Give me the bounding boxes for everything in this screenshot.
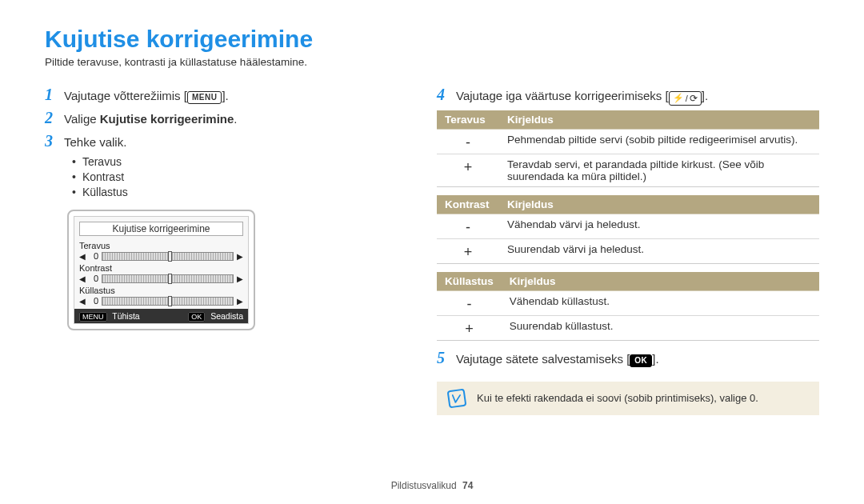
table-header: Kirjeldus (499, 110, 819, 130)
table-row: + Suurendab värvi ja heledust. (437, 238, 819, 263)
desc-cell: Vähendab värvi ja heledust. (499, 214, 819, 238)
text: Vajutage sätete salvestamiseks [ (456, 352, 630, 366)
right-column: 4 Vajutage iga väärtuse korrigeerimiseks… (437, 86, 819, 415)
timer-icon: ⟳ (690, 93, 698, 104)
lcd-footer: MENU Tühista OK Seadista (74, 309, 248, 323)
ok-label: Seadista (210, 311, 243, 321)
option-bullets: Teravus Kontrast Küllastus (72, 155, 389, 198)
note-icon (447, 388, 467, 408)
step-text: Tehke valik. (64, 135, 126, 149)
menu-key-icon: MENU (187, 91, 222, 104)
table-header: Küllastus (437, 272, 502, 291)
step-number: 3 (45, 132, 56, 150)
step-3: 3 Tehke valik. (45, 132, 389, 150)
table-row: - Vähendab värvi ja heledust. (437, 214, 819, 238)
slider-label: Teravus (79, 241, 243, 250)
note-text: Kui te efekti rakendada ei soovi (sobib … (477, 392, 758, 404)
contrast-table: Kontrast Kirjeldus - Vähendab värvi ja h… (437, 195, 819, 264)
desc-cell: Teravdab servi, et parandada piltide kir… (499, 154, 819, 186)
table-row: - Vähendab küllastust. (437, 290, 819, 315)
text: Vajutage iga väärtuse korrigeerimiseks [ (456, 89, 669, 102)
slider-track (102, 252, 234, 261)
slider-sharpness: Teravus ◀ 0 ▶ (79, 241, 243, 261)
lcd-title: Kujutise korrigeerimine (79, 222, 243, 236)
slider-value: 0 (89, 296, 98, 306)
page-subtitle: Piltide teravuse, kontrasti ja küllastat… (45, 56, 819, 68)
symbol-cell: - (437, 214, 499, 238)
slider-label: Küllastus (79, 286, 243, 295)
slider-saturation: Küllastus ◀ 0 ▶ (79, 286, 243, 306)
table-row: - Pehmendab piltide servi (sobib piltide… (437, 129, 819, 154)
left-column: 1 Vajutage võtterežiimis [MENU]. 2 Valig… (45, 86, 389, 415)
slider-track (102, 297, 234, 306)
symbol-cell: + (437, 154, 499, 186)
table-row: + Teravdab servi, et parandada piltide k… (437, 154, 819, 186)
table-header: Kontrast (437, 195, 499, 214)
bullet-item: Kontrast (72, 170, 389, 183)
flash-timer-key-icon: ⚡/⟳ (669, 91, 702, 106)
cancel-label: Tühista (112, 311, 139, 321)
step-4: 4 Vajutage iga väärtuse korrigeerimiseks… (437, 86, 819, 106)
page-number: 74 (462, 480, 473, 491)
step-1: 1 Vajutage võtterežiimis [MENU]. (45, 86, 389, 104)
table-header: Teravus (437, 110, 499, 130)
step-2: 2 Valige Kujutise korrigeerimine. (45, 109, 389, 127)
step-number: 1 (45, 86, 56, 104)
bullet-item: Küllastus (72, 186, 389, 198)
table-row: + Suurendab küllastust. (437, 315, 819, 340)
slider-value: 0 (89, 274, 98, 283)
text: ]. (222, 89, 228, 102)
step-number: 5 (437, 349, 448, 367)
text: ]. (702, 89, 708, 102)
symbol-cell: - (437, 129, 499, 154)
ok-button-icon: OK (188, 312, 205, 322)
step-text: Valige Kujutise korrigeerimine. (64, 112, 238, 126)
bold-term: Kujutise korrigeerimine (100, 112, 234, 126)
symbol-cell: + (437, 238, 499, 263)
page-footer: Pildistusvalikud 74 (0, 480, 864, 491)
note-box: Kui te efekti rakendada ei soovi (sobib … (437, 382, 819, 415)
text: Vajutage võtterežiimis [ (64, 89, 187, 102)
sharpness-table: Teravus Kirjeldus - Pehmendab piltide se… (437, 110, 819, 187)
bullet-item: Teravus (72, 155, 389, 168)
saturation-table: Küllastus Kirjeldus - Vähendab küllastus… (437, 272, 819, 341)
step-5: 5 Vajutage sätete salvestamiseks [OK]. (437, 349, 819, 367)
camera-lcd-mock: Kujutise korrigeerimine Teravus ◀ 0 ▶ Ko… (67, 210, 255, 330)
desc-cell: Pehmendab piltide servi (sobib piltide r… (499, 129, 819, 154)
text: . (234, 112, 237, 126)
ok-key-icon: OK (630, 354, 652, 367)
slider-track (102, 274, 234, 283)
step-number: 2 (45, 109, 56, 127)
step-text: Vajutage sätete salvestamiseks [OK]. (456, 352, 659, 367)
desc-cell: Suurendab värvi ja heledust. (499, 238, 819, 263)
slider-contrast: Kontrast ◀ 0 ▶ (79, 263, 243, 283)
step-number: 4 (437, 86, 448, 104)
flash-icon: ⚡ (673, 93, 684, 103)
text: ]. (652, 352, 658, 366)
step-text: Vajutage iga väärtuse korrigeerimiseks [… (456, 89, 708, 106)
step-text: Vajutage võtterežiimis [MENU]. (64, 89, 229, 104)
desc-cell: Vähendab küllastust. (502, 290, 819, 315)
symbol-cell: - (437, 290, 502, 315)
desc-cell: Suurendab küllastust. (502, 315, 819, 340)
page-title: Kujutise korrigeerimine (45, 26, 819, 53)
symbol-cell: + (437, 315, 502, 340)
table-header: Kirjeldus (502, 272, 819, 291)
slider-label: Kontrast (79, 263, 243, 273)
footer-section: Pildistusvalikud (391, 480, 457, 491)
table-header: Kirjeldus (499, 195, 819, 214)
slider-value: 0 (89, 251, 98, 261)
text: Valige (64, 112, 100, 126)
menu-button-icon: MENU (79, 312, 107, 322)
